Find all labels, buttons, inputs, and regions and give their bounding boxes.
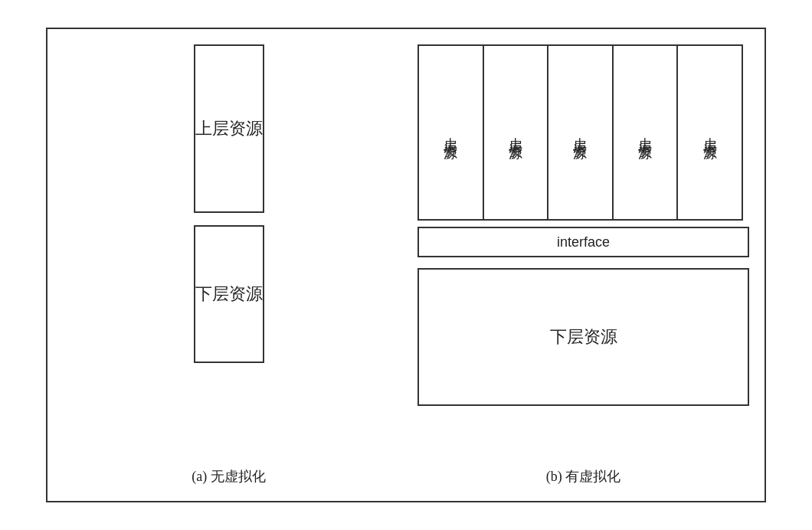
main-diagram: 上层资源 下层资源 (a) 无虚拟化 上层资源 上层资源 上层资源 上层资: [46, 28, 766, 502]
right-resource-box-4: 上层资源: [612, 44, 679, 221]
right-lower-resource-label: 下层资源: [550, 326, 617, 348]
right-panel: 上层资源 上层资源 上层资源 上层资源 上层资源 interface: [417, 44, 749, 486]
left-lower-resource-label: 下层资源: [195, 283, 263, 306]
right-caption: (b) 有虚拟化: [546, 467, 621, 486]
left-upper-resource-label: 上层资源: [195, 117, 263, 140]
left-panel: 上层资源 下层资源 (a) 无虚拟化: [63, 44, 395, 486]
right-top-row: 上层资源 上层资源 上层资源 上层资源 上层资源: [417, 44, 749, 221]
right-resource-box-2: 上层资源: [483, 44, 549, 221]
left-panel-content: 上层资源 下层资源: [194, 44, 264, 463]
right-resource-label-5: 上层资源: [701, 126, 719, 139]
right-resource-label-3: 上层资源: [571, 126, 589, 139]
interface-box: interface: [417, 227, 749, 257]
left-upper-resource-box: 上层资源: [194, 44, 264, 213]
right-resource-box-3: 上层资源: [547, 44, 614, 221]
left-lower-resource-box: 下层资源: [194, 225, 264, 363]
right-resource-box-5: 上层资源: [676, 44, 743, 221]
right-lower-resource-box: 下层资源: [417, 268, 749, 406]
left-caption: (a) 无虚拟化: [192, 467, 265, 486]
right-resource-label-4: 上层资源: [636, 126, 654, 139]
right-resource-label-2: 上层资源: [506, 126, 525, 139]
right-panel-content: 上层资源 上层资源 上层资源 上层资源 上层资源 interface: [417, 44, 749, 463]
right-resource-box-1: 上层资源: [417, 44, 484, 221]
interface-label: interface: [557, 234, 610, 250]
right-resource-label-1: 上层资源: [441, 126, 460, 139]
